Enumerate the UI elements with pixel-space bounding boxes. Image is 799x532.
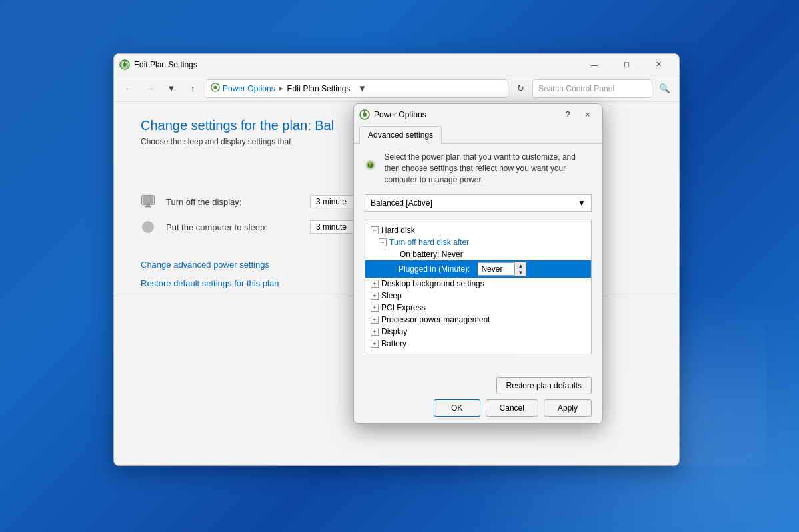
pci-express-label: PCI Express	[381, 303, 426, 312]
tree-item-sleep[interactable]: + Sleep	[365, 290, 591, 302]
apply-button[interactable]: Apply	[544, 399, 592, 417]
tree-item-plugged-in[interactable]: Plugged in (Minute): ▲ ▼	[365, 260, 591, 278]
ok-button[interactable]: OK	[434, 399, 480, 417]
title-bar: Edit Plan Settings — ◻ ✕	[114, 54, 679, 75]
dialog-icon	[359, 109, 370, 120]
restore-defaults-link[interactable]: Restore default settings for this plan	[141, 278, 279, 288]
expand-display[interactable]: +	[371, 328, 379, 336]
dialog-close-button[interactable]: ×	[578, 105, 597, 124]
hard-disk-label: Hard disk	[381, 226, 415, 235]
processor-power-label: Processor power management	[381, 315, 490, 324]
tree-item-processor-power[interactable]: + Processor power management	[365, 314, 591, 326]
svg-point-4	[213, 85, 217, 89]
expand-turn-off-hdd[interactable]: −	[379, 238, 387, 246]
plan-dropdown[interactable]: Balanced [Active] ▼	[365, 194, 592, 212]
back-button[interactable]: ←	[119, 79, 138, 98]
breadcrumb: Power Options ► Edit Plan Settings	[223, 84, 350, 93]
spinner-up[interactable]: ▲	[515, 262, 526, 269]
window-title: Edit Plan Settings	[134, 60, 579, 69]
turn-off-hdd-label: Turn off hard disk after	[389, 238, 469, 247]
tree-item-on-battery[interactable]: On battery: Never	[365, 248, 591, 260]
window-controls: — ◻ ✕	[579, 54, 674, 75]
sleep-label: Put the computer to sleep:	[166, 222, 299, 232]
breadcrumb-separator: ►	[278, 85, 285, 92]
dialog-footer: Restore plan defaults OK Cancel Apply	[354, 370, 602, 423]
dialog-description-row: Select the power plan that you want to c…	[365, 152, 592, 185]
svg-point-13	[142, 221, 154, 233]
maximize-button[interactable]: ◻	[611, 54, 642, 75]
address-dropdown-button[interactable]: ▼	[353, 79, 371, 98]
address-icon	[211, 83, 220, 94]
svg-rect-10	[143, 196, 153, 204]
dialog-action-buttons: OK Cancel Apply	[365, 399, 592, 417]
desktop-bg-label: Desktop background settings	[381, 279, 484, 288]
expand-pci-express[interactable]: +	[371, 304, 379, 312]
refresh-button[interactable]: ↻	[511, 79, 530, 98]
cancel-button[interactable]: Cancel	[486, 399, 538, 417]
restore-plan-defaults-button[interactable]: Restore plan defaults	[496, 377, 592, 394]
tree-item-desktop-bg[interactable]: + Desktop background settings	[365, 278, 591, 290]
expand-battery[interactable]: +	[371, 340, 379, 348]
expand-sleep[interactable]: +	[371, 292, 379, 300]
expand-hard-disk[interactable]: −	[371, 226, 379, 234]
tree-item-pci-express[interactable]: + PCI Express	[365, 302, 591, 314]
recent-locations-button[interactable]: ▼	[162, 79, 181, 98]
advanced-settings-link[interactable]: Change advanced power settings	[141, 260, 269, 270]
plan-dropdown-arrow: ▼	[578, 198, 586, 208]
spinner-input[interactable]	[478, 262, 514, 276]
monitor-icon	[141, 194, 155, 209]
breadcrumb-power-options[interactable]: Power Options	[223, 84, 275, 93]
svg-rect-11	[146, 204, 150, 206]
address-bar: ← → ▼ ↑ Power Options ► Edit Plan Settin…	[114, 75, 679, 102]
power-options-dialog: Power Options ? × Advanced settings	[353, 103, 603, 424]
tree-item-battery[interactable]: + Battery	[365, 338, 591, 350]
dialog-controls: ? ×	[558, 105, 597, 124]
tree-item-hard-disk[interactable]: − Hard disk	[365, 224, 591, 236]
up-button[interactable]: ↑	[183, 79, 202, 98]
plan-dropdown-value: Balanced [Active]	[371, 198, 432, 208]
address-box[interactable]: Power Options ► Edit Plan Settings ▼	[205, 79, 508, 98]
sleep-icon	[141, 220, 155, 234]
dialog-tabs: Advanced settings	[354, 125, 602, 144]
spinner-down[interactable]: ▼	[515, 269, 526, 276]
tree-view: − Hard disk − Turn off hard disk after O…	[365, 220, 592, 354]
svg-point-15	[363, 113, 367, 117]
battery-tree-label: Battery	[381, 339, 406, 348]
on-battery-label: On battery: Never	[400, 250, 463, 259]
svg-rect-12	[145, 206, 151, 208]
minimize-button[interactable]: —	[579, 54, 610, 75]
dialog-body: Select the power plan that you want to c…	[354, 144, 602, 370]
close-button[interactable]: ✕	[643, 54, 674, 75]
search-placeholder: Search Control Panel	[538, 84, 614, 93]
dialog-title: Power Options	[374, 110, 558, 119]
search-button[interactable]: 🔍	[655, 79, 674, 98]
window-icon	[119, 59, 130, 70]
spinner-buttons: ▲ ▼	[514, 262, 526, 276]
plugged-in-spinner: ▲ ▼	[478, 262, 526, 276]
tab-advanced-settings[interactable]: Advanced settings	[359, 126, 442, 144]
expand-desktop-bg[interactable]: +	[371, 280, 379, 288]
display-label: Turn off the display:	[166, 197, 299, 207]
power-plan-icon	[365, 152, 376, 178]
sleep-tree-label: Sleep	[381, 291, 402, 300]
dialog-title-bar: Power Options ? ×	[354, 104, 602, 125]
dialog-description: Select the power plan that you want to c…	[384, 152, 592, 185]
tree-item-display[interactable]: + Display	[365, 326, 591, 338]
expand-processor-power[interactable]: +	[371, 316, 379, 324]
forward-button[interactable]: →	[141, 79, 159, 98]
breadcrumb-current: Edit Plan Settings	[287, 84, 351, 93]
search-box: Search Control Panel	[532, 79, 652, 98]
display-tree-label: Display	[381, 327, 407, 336]
dialog-help-button[interactable]: ?	[558, 105, 577, 124]
plugged-in-label: Plugged in (Minute):	[399, 264, 470, 274]
tree-item-turn-off-hdd[interactable]: − Turn off hard disk after	[365, 236, 591, 248]
